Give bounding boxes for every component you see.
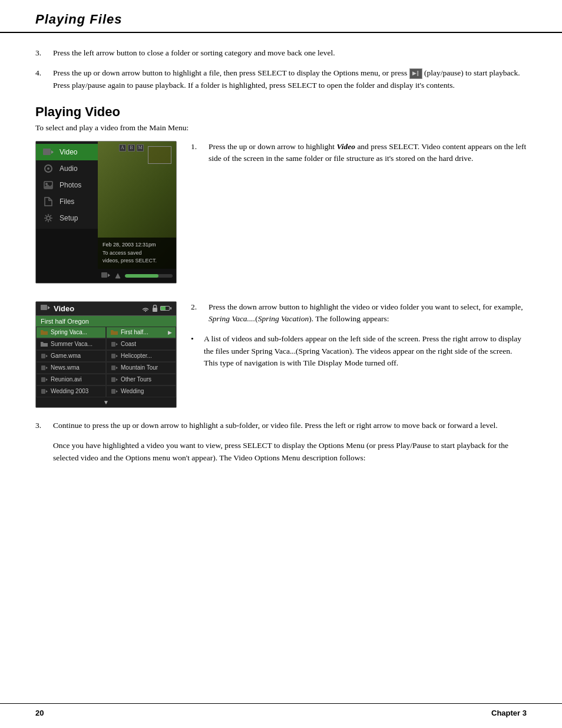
page-title: Playing Files <box>35 12 123 27</box>
video-icon-reunion <box>40 376 48 383</box>
page-number: 20 <box>35 709 44 717</box>
svg-marker-23 <box>116 367 118 369</box>
file-item-helicopter: Helicopter... <box>106 350 176 362</box>
svg-marker-21 <box>46 367 48 369</box>
screen2-header: Video <box>36 302 176 316</box>
menu-label-audio: Audio <box>59 164 78 173</box>
video-icon-other-tours <box>110 376 118 383</box>
menu-label-setup: Setup <box>59 214 78 222</box>
screen-bottom-info: Feb 28, 2003 12:31pm To access saved vid… <box>98 238 176 269</box>
file-item-other-tours: Other Tours <box>106 374 176 386</box>
svg-marker-31 <box>116 390 118 393</box>
file-item-coast: Coast <box>106 338 176 350</box>
step3-text-content: Continue to press the up or down arrow t… <box>53 420 527 431</box>
bullet-text: A list of videos and sub-folders appear … <box>204 333 527 369</box>
file-item-wedding: Wedding <box>106 386 176 397</box>
photos-menu-icon <box>42 180 55 190</box>
file-item-news: News.wma <box>36 362 106 374</box>
step2-text-content: Press the down arrow button to highlight… <box>209 301 527 325</box>
svg-rect-20 <box>41 365 45 370</box>
screenshot-col-1: Video Audio <box>35 141 177 289</box>
step1-area: Video Audio <box>35 141 527 289</box>
menu-item-setup: Setup <box>36 210 98 226</box>
svg-marker-9 <box>108 274 110 277</box>
svg-rect-16 <box>41 354 45 358</box>
item-text-3: Press the left arrow button to close a f… <box>53 47 527 59</box>
screen2-header-icons <box>141 305 171 312</box>
setup-menu-icon <box>42 213 55 223</box>
svg-rect-24 <box>41 377 45 382</box>
file-item-first-half: First half... ▶ <box>106 327 176 338</box>
svg-point-3 <box>47 167 49 170</box>
svg-rect-22 <box>111 365 115 370</box>
chapter-label: Chapter 3 <box>491 709 527 717</box>
step1-num: 1. <box>191 141 209 165</box>
svg-rect-0 <box>43 149 51 155</box>
video-icon-news <box>40 364 48 371</box>
step2-num: 2. <box>191 301 209 325</box>
menu-label-photos: Photos <box>59 181 81 189</box>
audio-menu-icon <box>42 163 55 174</box>
video-icon-game <box>40 353 48 360</box>
file-item-game: Game.wma <box>36 350 106 362</box>
screen-mock-1: Video Audio <box>35 141 177 284</box>
page-header: Playing Files <box>0 0 562 33</box>
svg-marker-6 <box>44 185 52 189</box>
file-grid: Spring Vaca... First half... ▶ Summer <box>36 327 176 397</box>
screen-mock-2: Video <box>35 301 177 408</box>
svg-point-5 <box>45 183 48 185</box>
svg-rect-28 <box>41 389 45 394</box>
svg-marker-27 <box>116 378 118 381</box>
item-num-4: 4. <box>35 67 53 91</box>
video-icon-helicopter <box>110 353 118 360</box>
step1-text-content: Press the up or down arrow to highlight … <box>209 141 527 165</box>
svg-rect-18 <box>111 354 115 358</box>
svg-rect-26 <box>111 377 115 382</box>
svg-marker-11 <box>48 306 50 309</box>
file-item-spring-vaca: Spring Vaca... <box>36 327 106 338</box>
bullet-dot: • <box>191 333 200 369</box>
svg-marker-25 <box>46 378 48 381</box>
step3-num: 3. <box>35 420 53 431</box>
svg-marker-17 <box>46 355 48 357</box>
menu-item-photos: Photos <box>36 177 98 193</box>
files-menu-icon <box>42 196 55 207</box>
menu-item-video: Video <box>36 144 98 160</box>
screen-menu: Video Audio <box>36 141 98 283</box>
section-subtext: To select and play a video from the Main… <box>35 123 527 133</box>
file-item-wedding-2003: Wedding 2003 <box>36 386 106 397</box>
intro-item-3: 3. Press the left arrow button to close … <box>35 47 527 59</box>
step1-text: 1. Press the up or down arrow to highlig… <box>191 141 527 289</box>
svg-marker-1 <box>51 150 54 154</box>
svg-rect-13 <box>153 308 157 312</box>
folder-open-icon <box>40 329 48 336</box>
video-icon-mountain <box>110 364 118 371</box>
step2-area: Video <box>35 301 527 408</box>
svg-rect-8 <box>101 272 107 278</box>
menu-label-video: Video <box>59 148 77 156</box>
step1-item: 1. Press the up or down arrow to highlig… <box>191 141 527 165</box>
item-text-4: Press the up or down arrow button to hig… <box>53 67 527 91</box>
screen-right-panel: M B A Feb 28, 2003 12:31pm To access sav… <box>98 141 176 283</box>
page-footer: 20 Chapter 3 <box>0 703 562 717</box>
svg-rect-30 <box>111 389 115 394</box>
svg-rect-14 <box>111 342 115 347</box>
file-item-summer-vaca: Summer Vaca... <box>36 338 106 350</box>
selected-path: First half Oregon <box>36 316 176 327</box>
menu-item-audio: Audio <box>36 160 98 177</box>
video-icon-wedding2003 <box>40 388 48 395</box>
scroll-indicator: ▼ <box>36 397 176 407</box>
svg-marker-19 <box>116 355 118 357</box>
svg-marker-29 <box>46 390 48 393</box>
section-heading: Playing Video <box>35 104 527 120</box>
video-menu-icon <box>42 147 55 157</box>
video-icon-wedding <box>110 388 118 395</box>
step2-text-col: 2. Press the down arrow button to highli… <box>191 301 527 408</box>
svg-rect-10 <box>41 305 47 310</box>
screenshot-col-2: Video <box>35 301 177 408</box>
svg-point-7 <box>47 216 50 220</box>
step3-area: 3. Continue to press the up or down arro… <box>35 420 527 465</box>
svg-marker-15 <box>116 343 118 345</box>
file-item-mountain-tour: Mountain Tour <box>106 362 176 374</box>
menu-item-files: Files <box>36 193 98 210</box>
